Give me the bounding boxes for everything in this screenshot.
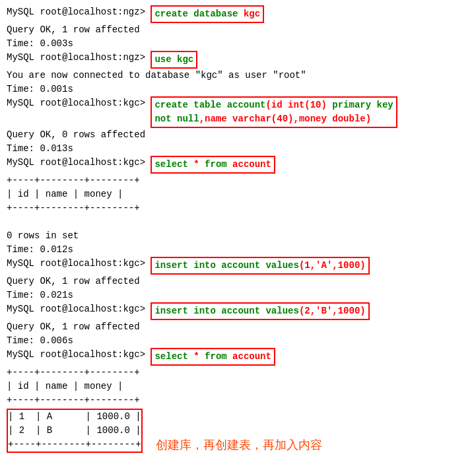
line-time-insert2: Time: 0.006s	[7, 334, 469, 348]
text-6: Time: 0.001s	[7, 83, 73, 96]
blank-2	[7, 454, 469, 468]
cmd-box-1: create database kgc	[151, 5, 264, 23]
text-time1: Time: 0.012s	[7, 243, 73, 257]
kw-create-table: create table account	[154, 100, 265, 110]
text-ok-insert1: Query OK, 1 row affected	[7, 275, 140, 288]
cmd-insert2-vals: (2,'B',1000)	[299, 306, 366, 316]
line-rows1: 0 rows in set	[7, 229, 469, 243]
line-9: Time: 0.013s	[7, 142, 469, 156]
table2-header: | id | name | money |	[7, 380, 469, 393]
cmd-box-insert2: insert into account values(2,'B',1000)	[151, 302, 369, 320]
line-5: You are now connected to database "kgc" …	[7, 69, 469, 83]
table2-top-border: +----+--------+--------+	[7, 366, 140, 380]
table2-top: +----+--------+--------+	[7, 366, 469, 380]
text-ok-insert2: Query OK, 1 row affected	[7, 320, 140, 334]
kw-insert1: insert into account values	[154, 260, 298, 271]
table1-bottom-border: +----+--------+--------+	[7, 201, 140, 215]
prompt-select2: MySQL root@localhost:kgc>	[7, 348, 151, 362]
prompt-insert1: MySQL root@localhost:kgc>	[7, 257, 151, 271]
table2-data-section: | 1 | A | 1000.0 | | 2 | B | 1000.0 | +-…	[7, 407, 469, 454]
keyword-create: create database	[154, 9, 238, 19]
table2-data-bottom-border: +----+--------+--------+	[8, 438, 141, 452]
line-6: Time: 0.001s	[7, 83, 469, 96]
kw-select2: select	[154, 351, 187, 362]
table2-row1-text: | 1 | A | 1000.0 |	[8, 410, 141, 424]
cmd-select-1: *	[188, 159, 205, 170]
cmd-table-2: ,name varchar(40),money double)	[199, 114, 371, 124]
cmd-box-10: select * from account	[151, 156, 275, 174]
terminal: MySQL root@localhost:ngz> create databas…	[7, 5, 469, 470]
blank-1	[7, 215, 469, 229]
cmd-dbname: kgc	[244, 9, 260, 19]
line-insert2: MySQL root@localhost:kgc> insert into ac…	[7, 302, 469, 320]
kw-select: select	[154, 159, 187, 170]
prompt-4: MySQL root@localhost:ngz>	[7, 51, 151, 65]
text-time-insert2: Time: 0.006s	[7, 334, 73, 348]
table2-row2: | 2 | B | 1000.0 |	[8, 424, 141, 438]
table2-data-bottom: +----+--------+--------+	[8, 438, 141, 452]
table2-header-text: | id | name | money |	[7, 380, 123, 393]
table1-bottom: +----+--------+--------+	[7, 201, 469, 215]
text-5: You are now connected to database "kgc" …	[7, 69, 306, 83]
line-10: MySQL root@localhost:kgc> select * from …	[7, 156, 469, 174]
line-select2: MySQL root@localhost:kgc> select * from …	[7, 348, 469, 366]
kw-primary: primary key	[332, 100, 393, 110]
table2-row2-text: | 2 | B | 1000.0 |	[8, 424, 141, 438]
cmd-box-4: use kgc	[151, 51, 197, 69]
cmd-box-7: create table account(id int(10) primary …	[151, 96, 397, 128]
line-1: MySQL root@localhost:ngz> create databas…	[7, 5, 469, 23]
text-time-insert1: Time: 0.021s	[7, 288, 73, 302]
table2-data-box: | 1 | A | 1000.0 | | 2 | B | 1000.0 | +-…	[7, 409, 143, 453]
text-3: Time: 0.003s	[7, 37, 73, 51]
kw-not-null: not null	[154, 114, 199, 124]
kw-from: from	[205, 159, 227, 170]
table1-header-text: | id | name | money |	[7, 187, 123, 201]
text-9: Time: 0.013s	[7, 142, 73, 156]
line-7: MySQL root@localhost:kgc> create table a…	[7, 96, 469, 128]
cmd-insert1-vals: (1,'A',1000)	[299, 260, 366, 271]
cmd-table-1: (id int(10)	[265, 100, 332, 110]
table2-header-bottom-border: +----+--------+--------+	[7, 393, 140, 407]
prompt-7: MySQL root@localhost:kgc>	[7, 96, 151, 110]
keyword-use: use kgc	[154, 54, 193, 65]
line-ok-insert1: Query OK, 1 row affected	[7, 275, 469, 288]
table1-top: +----+--------+--------+	[7, 174, 469, 187]
cmd-from2-account: account	[227, 351, 271, 362]
table2-row1: | 1 | A | 1000.0 |	[8, 410, 141, 424]
line-time1: Time: 0.012s	[7, 243, 469, 257]
chinese-comment: 创建库，再创建表，再加入内容	[156, 436, 322, 454]
cmd-select2-text: *	[188, 351, 205, 362]
prompt-insert2: MySQL root@localhost:kgc>	[7, 302, 151, 316]
prompt-1: MySQL root@localhost:ngz>	[7, 5, 151, 19]
cmd-box-select2: select * from account	[151, 348, 275, 366]
cmd-box-insert1: insert into account values(1,'A',1000)	[151, 257, 369, 275]
line-time-insert1: Time: 0.021s	[7, 288, 469, 302]
table1-header: | id | name | money |	[7, 187, 469, 201]
text-8: Query OK, 0 rows affected	[7, 128, 145, 142]
cmd-select-2: account	[227, 159, 271, 170]
text-2: Query OK, 1 row affected	[7, 23, 140, 37]
text-rows1: 0 rows in set	[7, 229, 79, 243]
line-ok-insert2: Query OK, 1 row affected	[7, 320, 469, 334]
prompt-10: MySQL root@localhost:kgc>	[7, 156, 151, 170]
line-insert1: MySQL root@localhost:kgc> insert into ac…	[7, 257, 469, 275]
line-4: MySQL root@localhost:ngz> use kgc	[7, 51, 469, 69]
line-3: Time: 0.003s	[7, 37, 469, 51]
line-8: Query OK, 0 rows affected	[7, 128, 469, 142]
line-2: Query OK, 1 row affected	[7, 23, 469, 37]
kw-from2: from	[205, 351, 227, 362]
table2-header-bottom: +----+--------+--------+	[7, 393, 469, 407]
kw-insert2: insert into account values	[154, 306, 298, 316]
table1-top-border: +----+--------+--------+	[7, 174, 140, 187]
